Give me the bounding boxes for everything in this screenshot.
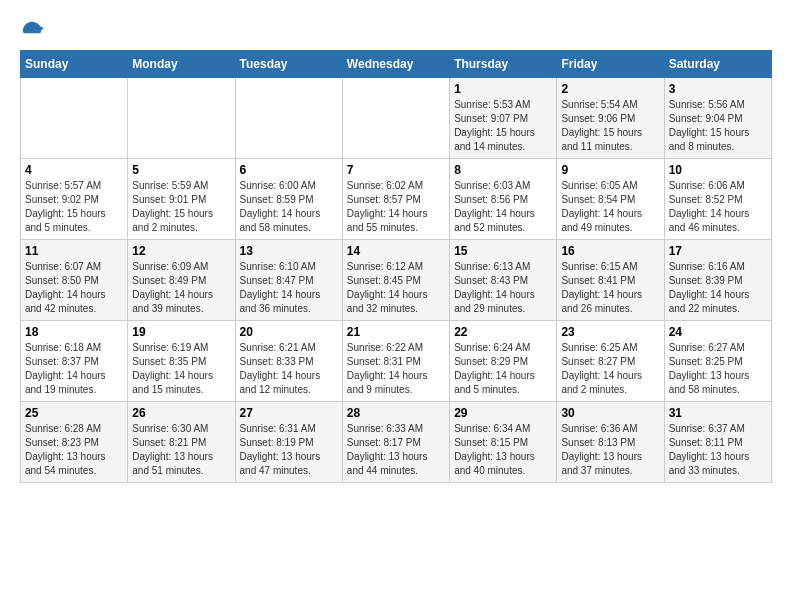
day-number: 2 xyxy=(561,82,659,96)
day-info: Sunrise: 6:31 AMSunset: 8:19 PMDaylight:… xyxy=(240,422,338,478)
day-number: 19 xyxy=(132,325,230,339)
day-info: Sunrise: 5:56 AMSunset: 9:04 PMDaylight:… xyxy=(669,98,767,154)
calendar-cell: 29Sunrise: 6:34 AMSunset: 8:15 PMDayligh… xyxy=(450,402,557,483)
day-info: Sunrise: 6:37 AMSunset: 8:11 PMDaylight:… xyxy=(669,422,767,478)
weekday-header-saturday: Saturday xyxy=(664,51,771,78)
calendar-cell: 16Sunrise: 6:15 AMSunset: 8:41 PMDayligh… xyxy=(557,240,664,321)
logo xyxy=(20,20,52,40)
calendar-header-row: SundayMondayTuesdayWednesdayThursdayFrid… xyxy=(21,51,772,78)
weekday-header-sunday: Sunday xyxy=(21,51,128,78)
calendar-cell: 23Sunrise: 6:25 AMSunset: 8:27 PMDayligh… xyxy=(557,321,664,402)
day-number: 5 xyxy=(132,163,230,177)
day-number: 7 xyxy=(347,163,445,177)
day-info: Sunrise: 6:05 AMSunset: 8:54 PMDaylight:… xyxy=(561,179,659,235)
day-number: 10 xyxy=(669,163,767,177)
calendar-cell: 1Sunrise: 5:53 AMSunset: 9:07 PMDaylight… xyxy=(450,78,557,159)
day-info: Sunrise: 6:18 AMSunset: 8:37 PMDaylight:… xyxy=(25,341,123,397)
day-info: Sunrise: 6:22 AMSunset: 8:31 PMDaylight:… xyxy=(347,341,445,397)
calendar-week-3: 11Sunrise: 6:07 AMSunset: 8:50 PMDayligh… xyxy=(21,240,772,321)
day-info: Sunrise: 6:16 AMSunset: 8:39 PMDaylight:… xyxy=(669,260,767,316)
calendar-cell: 15Sunrise: 6:13 AMSunset: 8:43 PMDayligh… xyxy=(450,240,557,321)
day-info: Sunrise: 6:28 AMSunset: 8:23 PMDaylight:… xyxy=(25,422,123,478)
day-number: 8 xyxy=(454,163,552,177)
day-number: 1 xyxy=(454,82,552,96)
calendar-cell: 27Sunrise: 6:31 AMSunset: 8:19 PMDayligh… xyxy=(235,402,342,483)
calendar-cell: 24Sunrise: 6:27 AMSunset: 8:25 PMDayligh… xyxy=(664,321,771,402)
day-number: 23 xyxy=(561,325,659,339)
calendar-cell: 2Sunrise: 5:54 AMSunset: 9:06 PMDaylight… xyxy=(557,78,664,159)
day-number: 16 xyxy=(561,244,659,258)
page-header xyxy=(20,20,772,40)
calendar-cell xyxy=(128,78,235,159)
day-info: Sunrise: 6:03 AMSunset: 8:56 PMDaylight:… xyxy=(454,179,552,235)
calendar-cell: 28Sunrise: 6:33 AMSunset: 8:17 PMDayligh… xyxy=(342,402,449,483)
day-number: 24 xyxy=(669,325,767,339)
day-info: Sunrise: 6:33 AMSunset: 8:17 PMDaylight:… xyxy=(347,422,445,478)
day-number: 11 xyxy=(25,244,123,258)
calendar-cell: 13Sunrise: 6:10 AMSunset: 8:47 PMDayligh… xyxy=(235,240,342,321)
logo-icon xyxy=(20,20,44,40)
day-info: Sunrise: 6:24 AMSunset: 8:29 PMDaylight:… xyxy=(454,341,552,397)
day-number: 25 xyxy=(25,406,123,420)
calendar-cell xyxy=(235,78,342,159)
day-info: Sunrise: 5:53 AMSunset: 9:07 PMDaylight:… xyxy=(454,98,552,154)
calendar-week-4: 18Sunrise: 6:18 AMSunset: 8:37 PMDayligh… xyxy=(21,321,772,402)
day-number: 29 xyxy=(454,406,552,420)
weekday-header-wednesday: Wednesday xyxy=(342,51,449,78)
day-number: 27 xyxy=(240,406,338,420)
calendar-cell: 21Sunrise: 6:22 AMSunset: 8:31 PMDayligh… xyxy=(342,321,449,402)
day-info: Sunrise: 6:36 AMSunset: 8:13 PMDaylight:… xyxy=(561,422,659,478)
calendar-cell: 9Sunrise: 6:05 AMSunset: 8:54 PMDaylight… xyxy=(557,159,664,240)
calendar-week-1: 1Sunrise: 5:53 AMSunset: 9:07 PMDaylight… xyxy=(21,78,772,159)
day-info: Sunrise: 6:00 AMSunset: 8:59 PMDaylight:… xyxy=(240,179,338,235)
calendar-cell: 14Sunrise: 6:12 AMSunset: 8:45 PMDayligh… xyxy=(342,240,449,321)
day-number: 30 xyxy=(561,406,659,420)
calendar-cell: 8Sunrise: 6:03 AMSunset: 8:56 PMDaylight… xyxy=(450,159,557,240)
day-info: Sunrise: 6:07 AMSunset: 8:50 PMDaylight:… xyxy=(25,260,123,316)
day-info: Sunrise: 6:13 AMSunset: 8:43 PMDaylight:… xyxy=(454,260,552,316)
day-info: Sunrise: 6:19 AMSunset: 8:35 PMDaylight:… xyxy=(132,341,230,397)
day-number: 4 xyxy=(25,163,123,177)
calendar-cell: 3Sunrise: 5:56 AMSunset: 9:04 PMDaylight… xyxy=(664,78,771,159)
day-number: 26 xyxy=(132,406,230,420)
day-info: Sunrise: 6:10 AMSunset: 8:47 PMDaylight:… xyxy=(240,260,338,316)
calendar-cell: 20Sunrise: 6:21 AMSunset: 8:33 PMDayligh… xyxy=(235,321,342,402)
day-number: 13 xyxy=(240,244,338,258)
day-number: 3 xyxy=(669,82,767,96)
calendar-cell: 10Sunrise: 6:06 AMSunset: 8:52 PMDayligh… xyxy=(664,159,771,240)
day-info: Sunrise: 6:02 AMSunset: 8:57 PMDaylight:… xyxy=(347,179,445,235)
day-number: 14 xyxy=(347,244,445,258)
day-number: 21 xyxy=(347,325,445,339)
calendar-cell: 12Sunrise: 6:09 AMSunset: 8:49 PMDayligh… xyxy=(128,240,235,321)
day-info: Sunrise: 6:30 AMSunset: 8:21 PMDaylight:… xyxy=(132,422,230,478)
day-info: Sunrise: 6:09 AMSunset: 8:49 PMDaylight:… xyxy=(132,260,230,316)
calendar-cell: 7Sunrise: 6:02 AMSunset: 8:57 PMDaylight… xyxy=(342,159,449,240)
day-info: Sunrise: 5:54 AMSunset: 9:06 PMDaylight:… xyxy=(561,98,659,154)
day-info: Sunrise: 6:15 AMSunset: 8:41 PMDaylight:… xyxy=(561,260,659,316)
day-number: 20 xyxy=(240,325,338,339)
weekday-header-tuesday: Tuesday xyxy=(235,51,342,78)
day-number: 28 xyxy=(347,406,445,420)
calendar-cell: 19Sunrise: 6:19 AMSunset: 8:35 PMDayligh… xyxy=(128,321,235,402)
day-info: Sunrise: 6:21 AMSunset: 8:33 PMDaylight:… xyxy=(240,341,338,397)
day-number: 15 xyxy=(454,244,552,258)
day-info: Sunrise: 6:06 AMSunset: 8:52 PMDaylight:… xyxy=(669,179,767,235)
weekday-header-friday: Friday xyxy=(557,51,664,78)
day-number: 17 xyxy=(669,244,767,258)
calendar-cell: 4Sunrise: 5:57 AMSunset: 9:02 PMDaylight… xyxy=(21,159,128,240)
day-info: Sunrise: 6:27 AMSunset: 8:25 PMDaylight:… xyxy=(669,341,767,397)
weekday-header-thursday: Thursday xyxy=(450,51,557,78)
weekday-header-monday: Monday xyxy=(128,51,235,78)
calendar-table: SundayMondayTuesdayWednesdayThursdayFrid… xyxy=(20,50,772,483)
calendar-cell: 30Sunrise: 6:36 AMSunset: 8:13 PMDayligh… xyxy=(557,402,664,483)
calendar-cell: 17Sunrise: 6:16 AMSunset: 8:39 PMDayligh… xyxy=(664,240,771,321)
day-number: 12 xyxy=(132,244,230,258)
day-info: Sunrise: 5:57 AMSunset: 9:02 PMDaylight:… xyxy=(25,179,123,235)
calendar-cell: 5Sunrise: 5:59 AMSunset: 9:01 PMDaylight… xyxy=(128,159,235,240)
calendar-cell xyxy=(342,78,449,159)
day-info: Sunrise: 6:12 AMSunset: 8:45 PMDaylight:… xyxy=(347,260,445,316)
day-number: 9 xyxy=(561,163,659,177)
day-number: 6 xyxy=(240,163,338,177)
calendar-cell: 18Sunrise: 6:18 AMSunset: 8:37 PMDayligh… xyxy=(21,321,128,402)
calendar-cell: 26Sunrise: 6:30 AMSunset: 8:21 PMDayligh… xyxy=(128,402,235,483)
